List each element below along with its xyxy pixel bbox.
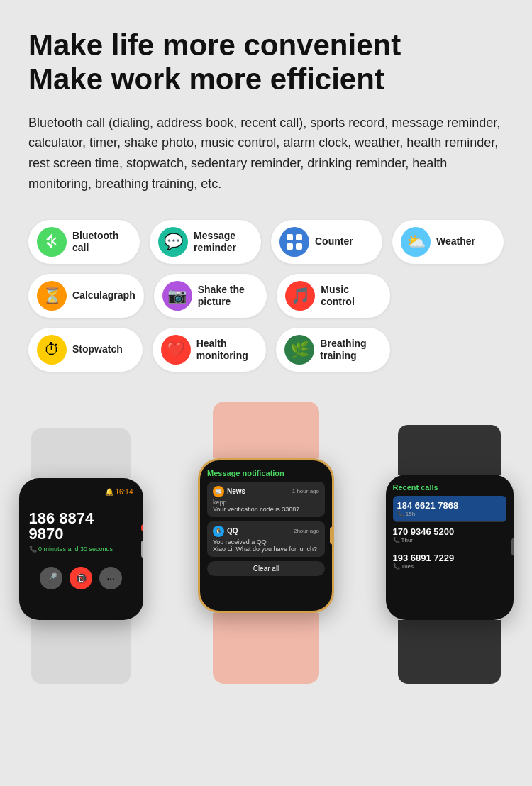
breathing-training-label: Breathing training — [320, 338, 382, 362]
svg-rect-2 — [287, 243, 293, 250]
watch-left-strap-top — [31, 428, 131, 478]
feature-breathing-training: 🌿 Breathing training — [276, 328, 390, 372]
watch-middle: Message notification 📰 News 1 hour ago k… — [198, 402, 334, 684]
feature-counter: Counter — [271, 220, 382, 264]
watch-middle-strap-top — [213, 402, 319, 458]
watch-left-body: 🔔 16:14 186 8874 9870 📞 0 minutes and 30… — [19, 478, 143, 620]
news-app-name: News — [227, 487, 245, 495]
recent-call-2: 170 9346 5200 📞 Thur — [393, 522, 506, 548]
clear-all-button[interactable]: Clear all — [207, 561, 325, 576]
message-reminder-icon: 💬 — [158, 227, 188, 257]
weather-icon: ⛅ — [401, 227, 431, 257]
features-grid: Bluetooth call 💬 Message reminder — [28, 220, 504, 372]
headline: Make life more convenient Make work more… — [28, 28, 504, 97]
watch-right-body: Recent calls 184 6621 7868 📞 15h 170 934… — [386, 475, 514, 620]
svg-rect-1 — [296, 234, 302, 240]
watch-right-strap-top — [398, 425, 501, 475]
watch-middle-screen: Message notification 📰 News 1 hour ago k… — [200, 460, 332, 611]
call-buttons: 🎤 📵 ··· — [29, 567, 133, 590]
feature-message-reminder: 💬 Message reminder — [150, 220, 261, 264]
feature-stopwatch: ⏱ Stopwatch — [28, 328, 143, 372]
feature-bluetooth-call: Bluetooth call — [28, 220, 140, 264]
call-duration: 📞 0 minutes and 30 seconds — [29, 546, 133, 553]
shake-picture-label: Shake the picture — [198, 284, 259, 308]
watch-time-icon: 🔔 — [105, 488, 113, 496]
watch-middle-strap-bottom — [213, 613, 319, 684]
watches-container: 🔔 16:14 186 8874 9870 📞 0 minutes and 30… — [5, 386, 528, 684]
music-control-icon: 🎵 — [285, 281, 315, 311]
call-meta-1: 📞 15h — [397, 511, 502, 517]
msg-qq-row: 🐧 QQ 2hour ago — [213, 526, 319, 537]
feature-music-control: 🎵 Music control — [277, 274, 390, 318]
svg-rect-3 — [296, 243, 302, 250]
bluetooth-call-icon — [37, 227, 67, 257]
headline-line1: Make life more convenient — [28, 28, 401, 62]
watch-right-strap-bottom — [398, 620, 501, 684]
features-row-3: ⏱ Stopwatch ❤️ Health monitoring 🌿 Breat… — [28, 328, 390, 372]
breathing-training-icon: 🌿 — [284, 335, 314, 365]
qq-app-name: QQ — [227, 527, 238, 535]
description: Bluetooth call (dialing, address book, r… — [28, 113, 504, 194]
watch-left-screen: 🔔 16:14 186 8874 9870 📞 0 minutes and 30… — [19, 478, 143, 620]
counter-icon — [279, 227, 309, 257]
health-monitoring-icon: ❤️ — [161, 335, 191, 365]
calculagraph-icon: ⏳ — [37, 281, 67, 311]
feature-shake-picture: 📷 Shake the picture — [154, 274, 267, 318]
stopwatch-icon: ⏱ — [37, 335, 67, 365]
stopwatch-label: Stopwatch — [72, 343, 123, 355]
watch-left-strap-bottom — [31, 620, 131, 684]
msg-item-news: 📰 News 1 hour ago kepp Your verification… — [207, 482, 325, 517]
msg-qq-app: 🐧 QQ — [213, 526, 238, 537]
call-meta-3: 📞 Tues — [393, 563, 506, 570]
message-notification-header: Message notification — [207, 469, 325, 477]
feature-weather: ⛅ Weather — [392, 220, 504, 264]
news-text: Your verification code is 33687 — [213, 506, 319, 513]
news-sender: kepp — [213, 499, 319, 506]
shake-picture-icon: 📷 — [162, 281, 192, 311]
msg-news-row: 📰 News 1 hour ago — [213, 486, 319, 497]
feature-calculagraph: ⏳ Calculagraph — [28, 274, 144, 318]
call-meta-2: 📞 Thur — [393, 537, 506, 543]
weather-label: Weather — [436, 236, 475, 248]
watch-right: Recent calls 184 6621 7868 📞 15h 170 934… — [386, 425, 514, 684]
more-button[interactable]: ··· — [99, 567, 122, 590]
qq-text: You received a QQ Xiao Li: What do you h… — [213, 538, 319, 553]
mute-button[interactable]: 🎤 — [40, 567, 62, 590]
msg-item-qq: 🐧 QQ 2hour ago You received a QQ Xiao Li… — [207, 521, 325, 557]
qq-time: 2hour ago — [294, 528, 319, 534]
watches-section: 🔔 16:14 186 8874 9870 📞 0 minutes and 30… — [5, 386, 528, 684]
news-app-icon: 📰 — [213, 486, 224, 497]
health-monitoring-label: Health monitoring — [196, 338, 258, 362]
watch-middle-body: Message notification 📰 News 1 hour ago k… — [198, 458, 334, 613]
recent-call-3: 193 6891 7229 📞 Tues — [393, 548, 506, 574]
call-num-1: 184 6621 7868 — [397, 500, 502, 511]
call-number-line2: 9870 — [29, 526, 133, 543]
bluetooth-call-label: Bluetooth call — [72, 230, 131, 254]
qq-app-icon: 🐧 — [213, 526, 224, 537]
svg-rect-0 — [287, 234, 293, 240]
call-num-2: 170 9346 5200 — [393, 526, 506, 537]
watch-right-screen: Recent calls 184 6621 7868 📞 15h 170 934… — [386, 475, 514, 620]
msg-news-app: 📰 News — [213, 486, 245, 497]
calculagraph-label: Calculagraph — [72, 289, 135, 301]
features-row-2: ⏳ Calculagraph 📷 Shake the picture 🎵 Mus… — [28, 274, 390, 318]
news-time: 1 hour ago — [292, 488, 319, 494]
feature-health-monitoring: ❤️ Health monitoring — [153, 328, 267, 372]
page-wrapper: Make life more convenient Make work more… — [0, 0, 532, 684]
counter-label: Counter — [315, 236, 353, 248]
call-num-3: 193 6891 7229 — [393, 553, 506, 563]
features-row-1: Bluetooth call 💬 Message reminder — [28, 220, 504, 264]
message-reminder-label: Message reminder — [194, 230, 253, 254]
recent-call-1: 184 6621 7868 📞 15h — [393, 496, 506, 522]
watch-left: 🔔 16:14 186 8874 9870 📞 0 minutes and 30… — [19, 428, 143, 684]
recent-calls-header: Recent calls — [393, 483, 506, 492]
watch-time-display: 🔔 16:14 — [29, 488, 133, 496]
headline-line2: Make work more efficient — [28, 62, 384, 96]
watch-time-text: 16:14 — [115, 488, 133, 496]
end-call-button[interactable]: 📵 — [70, 567, 92, 590]
music-control-label: Music control — [321, 284, 382, 308]
